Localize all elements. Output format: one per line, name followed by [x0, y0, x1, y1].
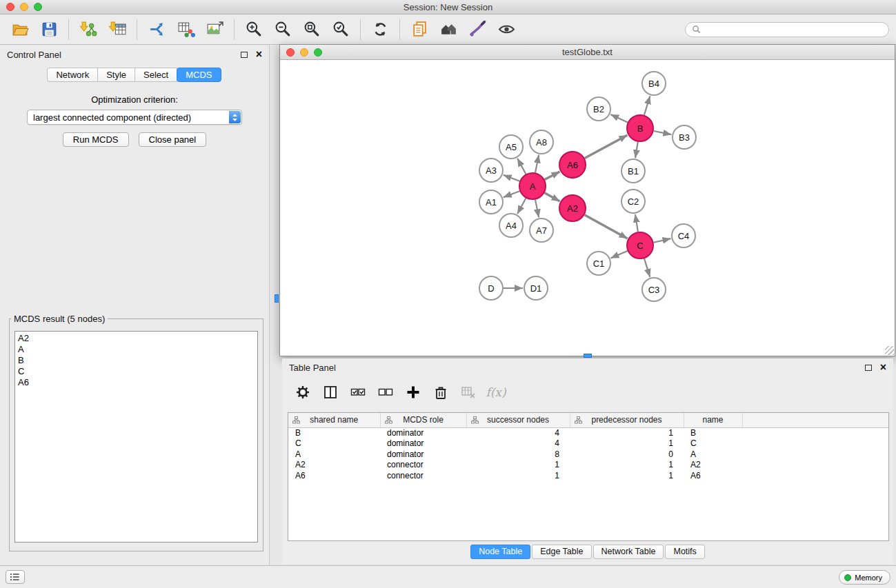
graph-edge-C-C2[interactable] — [635, 214, 638, 232]
network-canvas[interactable]: B4B2BB3A5A8A6B1A3AA1C2A2A4A7C4CC1C3DD1 — [280, 60, 895, 356]
graph-edge-A-A7[interactable] — [535, 200, 539, 218]
table-cell[interactable]: 1 — [570, 438, 684, 449]
close-panel-icon[interactable]: × — [256, 51, 262, 58]
table-cell[interactable]: 4 — [466, 438, 570, 449]
network-graph[interactable]: B4B2BB3A5A8A6B1A3AA1C2A2A4A7C4CC1C3DD1 — [280, 60, 895, 356]
tab-style[interactable]: Style — [97, 68, 135, 82]
graph-edge-B-B4[interactable] — [644, 96, 650, 115]
table-cell[interactable]: 1 — [570, 460, 684, 471]
export-table-button[interactable] — [171, 17, 200, 43]
session-details-button[interactable] — [405, 17, 434, 43]
table-cell[interactable]: A6 — [684, 470, 742, 481]
mcds-result-item[interactable]: B — [15, 355, 257, 366]
tab-select[interactable]: Select — [135, 68, 177, 82]
table-cell[interactable]: A — [684, 449, 742, 460]
zoom-fit-button[interactable] — [297, 17, 326, 43]
graph-edge-A-A5[interactable] — [517, 159, 526, 174]
style-button[interactable] — [463, 17, 492, 43]
close-panel-button[interactable]: Close panel — [139, 132, 207, 147]
split-handle-horizontal[interactable] — [584, 354, 592, 358]
minimize-window-button[interactable] — [20, 3, 28, 11]
zoom-in-button[interactable] — [239, 17, 268, 43]
table-cell[interactable]: C — [684, 438, 742, 449]
table-row[interactable]: A6connector11A6 — [288, 470, 888, 481]
graph-edge-A-A1[interactable] — [504, 191, 520, 197]
table-cell[interactable]: A2 — [288, 460, 380, 471]
export-image-button[interactable] — [200, 17, 229, 43]
graph-edge-C-C4[interactable] — [654, 239, 671, 243]
table-cell[interactable]: 1 — [570, 470, 684, 481]
graph-edge-A-A2[interactable] — [545, 193, 560, 201]
split-handle-vertical[interactable] — [275, 294, 279, 303]
show-graphics-details-button[interactable] — [492, 17, 521, 43]
zoom-window-button[interactable] — [34, 3, 42, 11]
table-row[interactable]: Cdominator41C — [288, 438, 888, 449]
select-columns-button[interactable] — [318, 381, 343, 404]
table-cell[interactable]: connector — [380, 460, 466, 471]
apply-function-button[interactable]: f(x) — [484, 381, 508, 404]
mcds-result-item[interactable]: A2 — [15, 333, 257, 344]
column-header-name[interactable]: name — [684, 413, 742, 427]
table-cell[interactable]: 1 — [466, 460, 570, 471]
save-session-button[interactable] — [34, 17, 63, 43]
table-cell[interactable]: B — [684, 427, 742, 438]
column-header-shared-name[interactable]: shared name — [288, 413, 380, 427]
table-cell[interactable]: 8 — [466, 449, 570, 460]
graph-edge-A-A4[interactable] — [517, 199, 526, 214]
table-cell[interactable]: 0 — [570, 449, 684, 460]
mcds-result-item[interactable]: A — [15, 344, 257, 355]
resize-grip-icon[interactable] — [885, 346, 894, 355]
memory-button[interactable]: Memory — [839, 570, 890, 585]
graph-edge-A-A6[interactable] — [545, 172, 560, 180]
table-cell[interactable]: 1 — [466, 470, 570, 481]
add-column-button[interactable] — [401, 381, 426, 404]
import-table-button[interactable] — [103, 17, 132, 43]
tab-network-table[interactable]: Network Table — [593, 545, 664, 559]
mcds-result-item[interactable]: A6 — [15, 377, 257, 388]
mcds-result-list[interactable]: A2ABCA6 — [14, 331, 258, 543]
search-box[interactable] — [685, 22, 889, 37]
run-mcds-button[interactable]: Run MCDS — [63, 132, 129, 147]
tab-network[interactable]: Network — [47, 68, 98, 82]
table-row[interactable]: Adominator80A — [288, 449, 888, 460]
import-network-button[interactable] — [74, 17, 103, 43]
mcds-result-item[interactable]: C — [15, 366, 257, 377]
tab-edge-table[interactable]: Edge Table — [532, 545, 591, 559]
graph-edge-B-B1[interactable] — [635, 142, 638, 159]
graph-edge-C-C3[interactable] — [644, 258, 650, 277]
table-cell[interactable]: dominator — [380, 438, 466, 449]
graph-edge-A-A3[interactable] — [504, 175, 520, 181]
show-panels-button[interactable] — [6, 570, 25, 584]
table-cell[interactable]: C — [288, 438, 380, 449]
tab-motifs[interactable]: Motifs — [665, 545, 704, 559]
home-button[interactable] — [434, 17, 463, 43]
column-header-successor-nodes[interactable]: successor nodes — [466, 413, 570, 427]
float-panel-icon[interactable] — [241, 52, 248, 58]
delete-table-button[interactable] — [456, 381, 481, 404]
tab-mcds[interactable]: MCDS — [177, 68, 221, 82]
table-cell[interactable]: A2 — [684, 460, 742, 471]
graph-edge-B-B2[interactable] — [610, 114, 628, 123]
zoom-network-window-button[interactable] — [314, 48, 322, 57]
column-header-mcds-role[interactable]: MCDS role — [380, 413, 466, 427]
table-cell[interactable]: 4 — [466, 427, 570, 438]
optimization-dropdown[interactable]: largest connected component (directed) — [27, 110, 242, 125]
deselect-all-rows-button[interactable] — [373, 381, 398, 404]
delete-column-button[interactable] — [428, 381, 453, 404]
open-file-button[interactable] — [6, 17, 34, 43]
graph-edge-C-C1[interactable] — [610, 251, 627, 258]
zoom-out-button[interactable] — [268, 17, 297, 43]
refresh-button[interactable] — [366, 17, 395, 43]
table-cell[interactable]: A — [288, 449, 380, 460]
table-cell[interactable]: connector — [380, 470, 466, 481]
graph-edge-B-B3[interactable] — [654, 131, 672, 134]
minimize-network-window-button[interactable] — [300, 48, 308, 57]
graph-edge-A2-C[interactable] — [585, 215, 628, 239]
close-window-button[interactable] — [6, 3, 14, 11]
search-input[interactable] — [705, 25, 882, 34]
column-header-predecessor-nodes[interactable]: predecessor nodes — [570, 413, 684, 427]
table-cell[interactable]: dominator — [380, 449, 466, 460]
table-cell[interactable]: B — [288, 427, 380, 438]
graph-edge-A6-B[interactable] — [585, 135, 628, 159]
table-row[interactable]: A2connector11A2 — [288, 460, 888, 471]
